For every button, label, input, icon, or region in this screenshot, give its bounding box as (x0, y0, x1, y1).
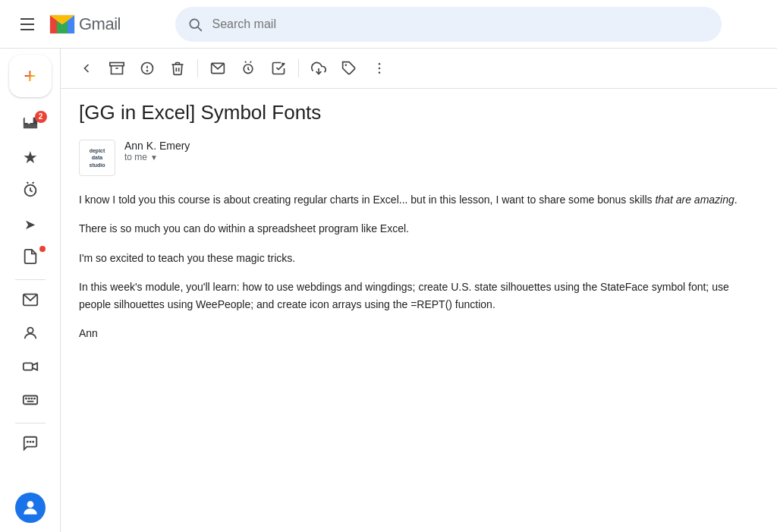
sender-to-field[interactable]: to me ▼ (124, 152, 759, 162)
keyboard-icon (22, 392, 39, 411)
sidebar: + 2 ★ ➤ (0, 49, 61, 532)
inbox-badge: 2 (35, 111, 47, 123)
compose-button[interactable]: + (9, 55, 52, 97)
app-header: Gmail (0, 0, 777, 49)
avatar-line-3: studio (90, 162, 105, 168)
body-paragraph-3: I'm so excited to teach you these magic … (79, 250, 759, 266)
user-avatar[interactable] (15, 493, 46, 523)
sidebar-item-drafts[interactable] (9, 243, 52, 273)
toolbar-divider-1 (197, 59, 198, 77)
sender-avatar: depict data studio (79, 140, 115, 176)
mail-icon (22, 291, 39, 311)
svg-rect-15 (23, 396, 36, 405)
svg-line-11 (32, 182, 33, 184)
svg-point-39 (379, 68, 381, 70)
svg-line-33 (250, 61, 252, 63)
meet-icon (22, 325, 39, 345)
video-icon (22, 358, 39, 378)
sidebar-item-inbox[interactable]: 2 (9, 109, 52, 140)
sender-to-label: to me (124, 152, 147, 162)
archive-button[interactable] (103, 55, 131, 82)
email-content: [GG in Excel] Symbol Fonts depict data s… (61, 89, 777, 366)
sidebar-item-sent[interactable]: ➤ (9, 209, 52, 240)
body-paragraph-2: There is so much you can do within a spr… (79, 220, 759, 237)
gmail-m-icon (49, 11, 76, 38)
sender-name: Ann K. Emery (124, 140, 759, 152)
email-body: I know I told you this course is about c… (79, 191, 759, 342)
svg-point-34 (282, 63, 284, 65)
toolbar-divider-2 (298, 59, 299, 77)
sidebar-item-starred[interactable]: ★ (9, 143, 52, 173)
svg-point-40 (379, 72, 381, 74)
gmail-wordmark: Gmail (79, 14, 121, 34)
sidebar-item-meet[interactable] (9, 320, 52, 350)
sent-icon: ➤ (24, 216, 36, 233)
chevron-down-icon: ▼ (150, 153, 158, 162)
add-task-button[interactable] (265, 55, 292, 82)
sidebar-divider-2 (15, 423, 46, 423)
email-toolbar (61, 49, 777, 89)
svg-point-38 (379, 63, 381, 65)
move-to-button[interactable] (305, 55, 332, 82)
body-paragraph-1: I know I told you this course is about c… (79, 191, 759, 208)
avatar-line-2: data (92, 154, 102, 161)
sidebar-item-video[interactable] (9, 353, 52, 383)
avatar-line-1: depict (90, 147, 105, 154)
svg-line-32 (245, 61, 247, 63)
label-button[interactable] (335, 55, 363, 82)
sidebar-item-chat[interactable] (9, 430, 52, 460)
sidebar-item-mail[interactable] (9, 286, 52, 316)
search-bar[interactable] (175, 7, 722, 42)
more-button[interactable] (366, 55, 393, 82)
sidebar-item-keyboard[interactable] (9, 386, 52, 417)
gmail-logo: Gmail (49, 11, 121, 38)
report-button[interactable] (134, 55, 161, 82)
svg-rect-14 (23, 363, 32, 370)
back-button[interactable] (73, 55, 100, 82)
svg-point-13 (27, 328, 33, 333)
hamburger-menu-button[interactable] (12, 9, 42, 39)
italic-text: that are amazing (655, 194, 734, 206)
body-paragraph-4: In this week's module, you'll learn: how… (79, 279, 759, 313)
sidebar-divider-1 (15, 279, 46, 280)
search-input[interactable] (212, 17, 709, 31)
chat-icon (22, 435, 39, 455)
snooze-button[interactable] (234, 55, 262, 82)
email-view: [GG in Excel] Symbol Fonts depict data s… (61, 49, 777, 532)
svg-line-10 (27, 182, 28, 184)
sender-info: Ann K. Emery to me ▼ (124, 140, 759, 162)
svg-line-7 (198, 27, 202, 30)
email-signature: Ann (79, 325, 759, 342)
drafts-icon (22, 248, 39, 268)
user-avatar-icon (20, 498, 40, 518)
svg-rect-8 (23, 124, 36, 128)
star-icon: ★ (23, 148, 38, 168)
svg-point-24 (27, 501, 33, 508)
sender-row: depict data studio Ann K. Emery to me ▼ (79, 140, 759, 176)
search-icon (187, 17, 203, 32)
drafts-badge-dot (39, 246, 46, 252)
clock-icon (22, 181, 39, 201)
compose-plus-icon: + (24, 65, 36, 87)
delete-button[interactable] (164, 55, 191, 82)
main-layout: + 2 ★ ➤ (0, 49, 777, 532)
mark-unread-button[interactable] (204, 55, 231, 82)
sidebar-item-snoozed[interactable] (9, 176, 52, 206)
email-subject: [GG in Excel] Symbol Fonts (79, 101, 759, 124)
svg-rect-25 (110, 63, 124, 66)
